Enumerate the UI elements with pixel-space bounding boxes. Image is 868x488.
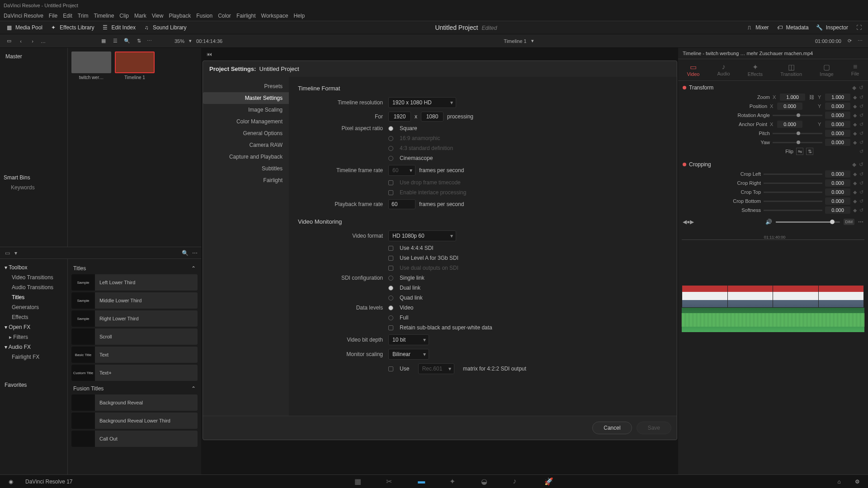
volume-slider[interactable] (776, 221, 840, 223)
media-page-icon[interactable]: ▦ (354, 477, 363, 486)
height-input[interactable]: 1080 (421, 112, 443, 122)
arrow-right-icon[interactable]: › (29, 38, 36, 45)
keyframe-nav-icon[interactable]: ◀●▶ (683, 219, 694, 225)
metadata-button[interactable]: 🏷Metadata (776, 24, 809, 31)
fx-cat-titles[interactable]: Titles (4, 292, 64, 302)
reset-icon[interactable]: ↺ (859, 122, 863, 127)
side-camera-raw[interactable]: Camera RAW (203, 139, 289, 151)
title-item[interactable]: Scroll (71, 328, 198, 345)
fx-cat-openfx[interactable]: ▾ Open FX (4, 322, 64, 332)
reset-icon[interactable]: ↺ (859, 149, 863, 155)
fairlight-page-icon[interactable]: ♪ (513, 477, 522, 486)
sdi-444-check[interactable] (388, 246, 393, 251)
anchor-y[interactable]: 0.000 (825, 121, 850, 128)
cut-page-icon[interactable]: ✂ (386, 477, 395, 486)
speaker-icon[interactable]: 🔊 (765, 218, 772, 225)
title-item[interactable]: Custom TitleText+ (71, 365, 198, 381)
fx-cat-audiofx[interactable]: ▾ Audio FX (4, 342, 64, 352)
collapse-icon[interactable]: ⌃ (191, 385, 196, 392)
reset-icon[interactable]: ↺ (859, 140, 863, 145)
fx-cat-toolbox[interactable]: ▾ Toolbox (4, 263, 64, 272)
keyframe-icon[interactable]: ◆ (853, 131, 857, 136)
fusion-title-item[interactable]: Background Reveal (71, 394, 198, 411)
expand-icon[interactable]: ⛶ (855, 24, 863, 31)
clip-thumb[interactable]: Timeline 1 (115, 52, 155, 80)
side-image-scaling[interactable]: Image Scaling (203, 104, 289, 116)
effects-library-button[interactable]: ✦Effects Library (50, 24, 94, 31)
title-item[interactable]: SampleRight Lower Third (71, 310, 198, 327)
side-color-management[interactable]: Color Management (203, 116, 289, 127)
mixer-button[interactable]: ⎍Mixer (745, 24, 769, 31)
tab-file[interactable]: ≡File (851, 63, 859, 77)
menu-trim[interactable]: Trim (78, 13, 89, 19)
sort-icon[interactable]: ⇅ (135, 38, 142, 45)
data-levels-full-radio[interactable] (388, 315, 393, 320)
edit-page-icon[interactable]: ▬ (418, 477, 427, 486)
menu-timeline[interactable]: Timeline (94, 13, 114, 19)
keyframe-icon[interactable]: ◆ (853, 140, 857, 145)
tab-transition[interactable]: ◫Transition (780, 63, 802, 77)
flip-v-icon[interactable]: ⇅ (806, 148, 813, 155)
side-presets[interactable]: Presets (203, 80, 289, 92)
title-item[interactable]: SampleLeft Lower Third (71, 274, 198, 291)
fusion-title-item[interactable]: Background Reveal Lower Third (71, 413, 198, 429)
list-view-icon[interactable]: ☰ (112, 38, 119, 45)
anchor-x[interactable]: 0.000 (777, 121, 802, 128)
zoom-percent[interactable]: 35% (175, 38, 184, 44)
menu-color[interactable]: Color (218, 13, 231, 19)
reset-icon[interactable]: ↺ (859, 161, 863, 168)
loop-icon[interactable]: ⟳ (846, 38, 853, 45)
par-square-radio[interactable] (388, 126, 393, 131)
fx-cat-fairlightfx[interactable]: Fairlight FX (4, 352, 64, 362)
keyframe-icon[interactable]: ◆ (853, 113, 857, 118)
fusion-page-icon[interactable]: ✦ (449, 477, 458, 486)
keyframe-icon[interactable]: ◆ (853, 103, 857, 109)
panel-icon[interactable]: ▭ (4, 249, 11, 257)
timeline-preview[interactable]: 01:11:40:00 (678, 227, 868, 358)
title-item[interactable]: Basic TitleText (71, 347, 198, 363)
menu-edit[interactable]: Edit (63, 13, 72, 19)
search-icon[interactable]: 🔍 (123, 38, 131, 45)
fx-cat-effects[interactable]: Effects (4, 312, 64, 322)
width-input[interactable]: 1920 (388, 112, 411, 122)
menu-fusion[interactable]: Fusion (196, 13, 212, 19)
menu-mark[interactable]: Mark (134, 13, 146, 19)
tab-image[interactable]: ▢Image (820, 63, 834, 77)
menu-help[interactable]: Help (293, 13, 305, 19)
side-general-options[interactable]: General Options (203, 127, 289, 139)
zoom-y[interactable]: 1.000 (825, 94, 850, 101)
crop-top[interactable]: 0.000 (825, 188, 850, 196)
chevron-down-icon[interactable]: ▾ (531, 38, 534, 44)
arrow-left-icon[interactable]: ‹ (17, 38, 24, 45)
menu-file[interactable]: File (49, 13, 57, 19)
tab-video[interactable]: ▭Video (687, 63, 700, 77)
reset-icon[interactable]: ↺ (859, 113, 863, 118)
chevron-down-icon[interactable]: ▾ (14, 250, 17, 256)
side-master-settings[interactable]: Master Settings (203, 92, 289, 104)
position-x[interactable]: 0.000 (777, 103, 802, 110)
yaw[interactable]: 0.000 (825, 139, 850, 146)
keyframe-icon[interactable]: ◆ (852, 84, 856, 91)
inspector-button[interactable]: 🔧Inspector (816, 24, 848, 31)
keywords-bin[interactable]: Keywords (4, 184, 64, 191)
gear-icon[interactable]: ⚙ (854, 478, 861, 485)
first-frame-icon[interactable]: ⏮ (206, 51, 213, 58)
side-subtitles[interactable]: Subtitles (203, 163, 289, 174)
sdi-single-radio[interactable] (388, 276, 393, 281)
home-icon[interactable]: ⌂ (835, 478, 843, 485)
edit-index-button[interactable]: ☰Edit Index (102, 24, 136, 31)
softness[interactable]: 0.000 (825, 206, 850, 214)
position-y[interactable]: 0.000 (825, 103, 850, 110)
cropping-header[interactable]: Cropping (689, 161, 711, 168)
title-item[interactable]: SampleMiddle Lower Third (71, 292, 198, 309)
deliver-page-icon[interactable]: 🚀 (544, 477, 553, 486)
reset-icon[interactable]: ↺ (859, 94, 863, 100)
fx-cat-video-transitions[interactable]: Video Transitions (4, 272, 64, 282)
search-icon[interactable]: 🔍 (181, 249, 189, 257)
thumbs-icon[interactable]: ▦ (100, 38, 107, 45)
fx-cat-audio-transitions[interactable]: Audio Transitions (4, 282, 64, 292)
keyframe-icon[interactable]: ◆ (853, 94, 857, 100)
master-bin[interactable]: Master (4, 52, 64, 61)
crop-left[interactable]: 0.000 (825, 170, 850, 178)
fusion-title-item[interactable]: Call Out (71, 431, 198, 447)
